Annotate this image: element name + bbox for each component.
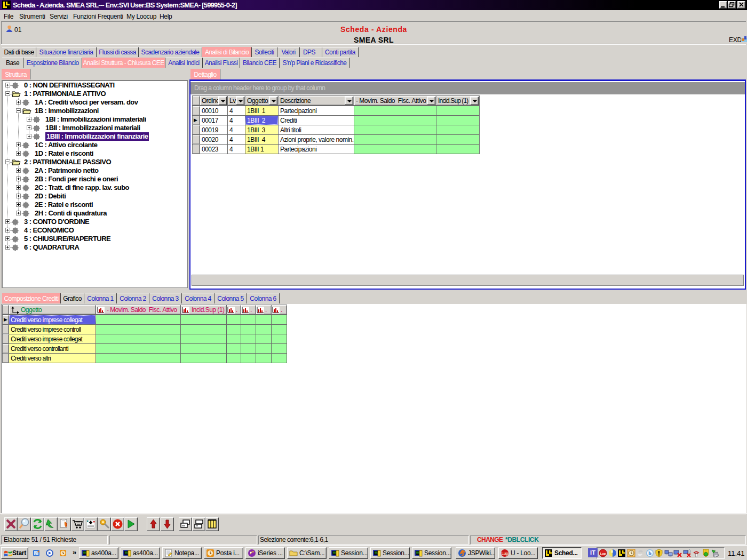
svg-text:b: b bbox=[648, 550, 651, 556]
svg-text:Lup: Lup bbox=[600, 552, 606, 555]
svg-text:Lup: Lup bbox=[502, 551, 508, 556]
